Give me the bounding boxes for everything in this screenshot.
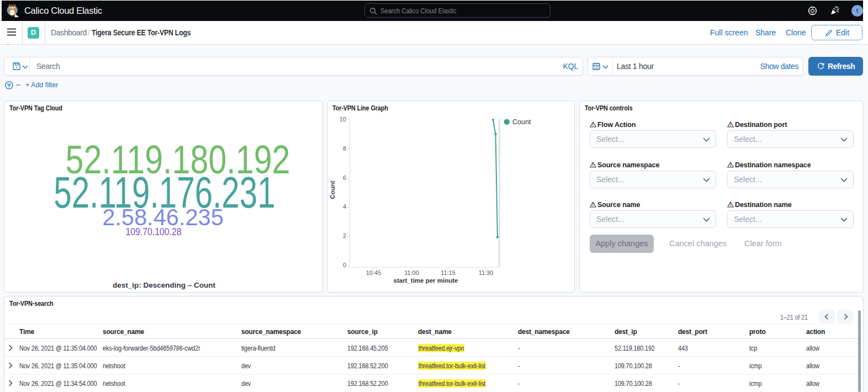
svg-text:10: 10 <box>340 116 346 123</box>
svg-text:2: 2 <box>343 232 346 239</box>
svg-text:11:30: 11:30 <box>479 269 494 276</box>
svg-text:Count: Count <box>512 118 531 126</box>
svg-text:11:15: 11:15 <box>441 269 456 276</box>
svg-text:11:00: 11:00 <box>404 269 419 276</box>
svg-text:0: 0 <box>343 262 346 268</box>
svg-text:start_time per minute: start_time per minute <box>394 277 458 284</box>
svg-text:6: 6 <box>343 174 346 181</box>
svg-text:8: 8 <box>343 145 346 152</box>
svg-text:Count: Count <box>329 181 336 199</box>
svg-text:10:45: 10:45 <box>366 269 382 276</box>
svg-text:4: 4 <box>343 203 346 210</box>
